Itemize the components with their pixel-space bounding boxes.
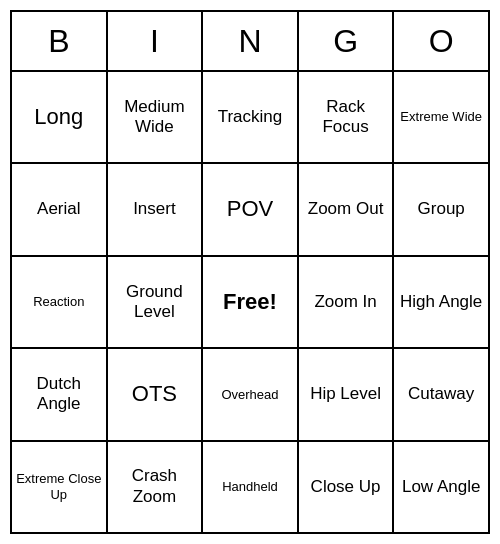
cell-0-3: Rack Focus (299, 72, 395, 162)
grid-row-4: Extreme Close UpCrash ZoomHandheldClose … (12, 442, 488, 532)
cell-1-4: Group (394, 164, 488, 254)
cell-3-4: Cutaway (394, 349, 488, 439)
grid-row-3: Dutch AngleOTSOverheadHip LevelCutaway (12, 349, 488, 441)
cell-4-1: Crash Zoom (108, 442, 204, 532)
cell-3-2: Overhead (203, 349, 299, 439)
grid-row-2: ReactionGround LevelFree!Zoom InHigh Ang… (12, 257, 488, 349)
cell-1-1: Insert (108, 164, 204, 254)
cell-1-3: Zoom Out (299, 164, 395, 254)
cell-3-3: Hip Level (299, 349, 395, 439)
grid: LongMedium WideTrackingRack FocusExtreme… (12, 72, 488, 532)
cell-4-4: Low Angle (394, 442, 488, 532)
cell-0-1: Medium Wide (108, 72, 204, 162)
cell-4-3: Close Up (299, 442, 395, 532)
cell-1-0: Aerial (12, 164, 108, 254)
cell-2-2: Free! (203, 257, 299, 347)
header-row: BINGO (12, 12, 488, 72)
bingo-card: BINGO LongMedium WideTrackingRack FocusE… (10, 10, 490, 534)
cell-2-4: High Angle (394, 257, 488, 347)
header-letter-b: B (12, 12, 108, 70)
cell-0-2: Tracking (203, 72, 299, 162)
cell-0-4: Extreme Wide (394, 72, 488, 162)
cell-3-1: OTS (108, 349, 204, 439)
cell-4-2: Handheld (203, 442, 299, 532)
grid-row-0: LongMedium WideTrackingRack FocusExtreme… (12, 72, 488, 164)
cell-3-0: Dutch Angle (12, 349, 108, 439)
grid-row-1: AerialInsertPOVZoom OutGroup (12, 164, 488, 256)
header-letter-i: I (108, 12, 204, 70)
cell-2-1: Ground Level (108, 257, 204, 347)
cell-0-0: Long (12, 72, 108, 162)
cell-1-2: POV (203, 164, 299, 254)
cell-2-3: Zoom In (299, 257, 395, 347)
header-letter-o: O (394, 12, 488, 70)
cell-4-0: Extreme Close Up (12, 442, 108, 532)
header-letter-n: N (203, 12, 299, 70)
cell-2-0: Reaction (12, 257, 108, 347)
header-letter-g: G (299, 12, 395, 70)
